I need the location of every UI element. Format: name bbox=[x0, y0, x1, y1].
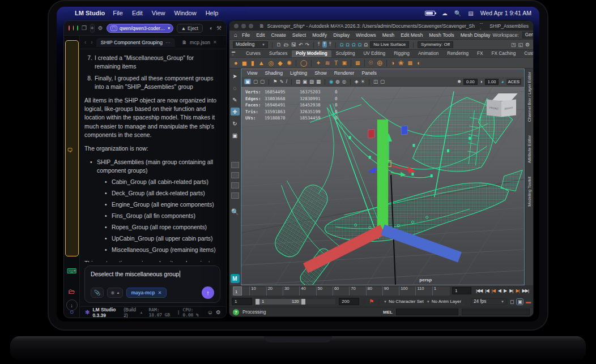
maya-menu-modify[interactable]: Modify bbox=[312, 32, 327, 38]
ik-handle-icon[interactable]: ⨁ bbox=[377, 61, 382, 66]
range-start-handle[interactable] bbox=[256, 299, 259, 305]
exposure-icon[interactable]: ✸ bbox=[457, 79, 461, 84]
menu-edit[interactable]: Edit bbox=[132, 10, 143, 16]
select-camera-icon[interactable]: ▣ bbox=[244, 79, 251, 85]
wireframe-mode-icon[interactable]: ▤ bbox=[296, 79, 300, 84]
shelf-tab-sculpting[interactable]: Sculpting bbox=[332, 50, 359, 57]
character-set-dropdown[interactable]: ▼No Character Set bbox=[384, 299, 424, 304]
shaded-mode-icon[interactable]: ▣ bbox=[303, 79, 307, 84]
chevron-up-icon[interactable]: ▲ bbox=[140, 311, 143, 314]
menu-window[interactable]: Window bbox=[174, 10, 197, 16]
menu-file[interactable]: File bbox=[113, 10, 123, 16]
close-tab-icon[interactable]: ✕ bbox=[213, 40, 217, 45]
tick-40[interactable]: 40 bbox=[299, 286, 316, 296]
minimize-button[interactable] bbox=[73, 25, 74, 31]
viewport-3d[interactable]: Verts:16854495163752030Edges:33803668328… bbox=[241, 87, 524, 285]
layout-single-pane-button[interactable] bbox=[231, 162, 239, 168]
app-version[interactable]: LM Studio 0.3.39 bbox=[92, 307, 121, 318]
close-button[interactable] bbox=[234, 24, 239, 28]
new-chat-button[interactable]: + bbox=[90, 24, 95, 33]
camera-attributes-icon[interactable]: ▢ bbox=[260, 79, 265, 84]
redo-icon[interactable]: ↷ bbox=[305, 42, 309, 48]
symmetry-field[interactable]: Symmetry: Off bbox=[418, 41, 453, 48]
save-scene-icon[interactable]: 🖫 bbox=[291, 42, 296, 48]
shelf-tab-rendering[interactable]: Rendering bbox=[443, 50, 472, 57]
lasso-tool-icon[interactable]: ◌ bbox=[231, 84, 240, 92]
mel-label[interactable]: MEL bbox=[383, 310, 393, 315]
maya-menu-windows[interactable]: Windows bbox=[356, 32, 376, 38]
nav-forward-icon[interactable]: › bbox=[90, 39, 93, 45]
panel-menu-show[interactable]: Show bbox=[314, 70, 327, 76]
poly-cube-icon[interactable]: ◼ bbox=[242, 60, 247, 66]
chat-input-field[interactable]: Deselect the miscellaneous group bbox=[91, 271, 214, 277]
image-plane-icon[interactable]: ✎ bbox=[280, 79, 284, 84]
undo-icon[interactable]: ↶ bbox=[299, 42, 303, 48]
mute-key-icon[interactable]: ▬ bbox=[526, 299, 531, 305]
mel-input-field[interactable] bbox=[396, 309, 458, 315]
fps-dropdown[interactable]: 24 fps▼ bbox=[471, 298, 507, 305]
svg-icon[interactable]: ▣ bbox=[342, 61, 347, 66]
view-transform-label[interactable]: ACES bbox=[506, 79, 521, 85]
shelf-tab-rigging[interactable]: Rigging bbox=[390, 50, 414, 57]
anim-end-field[interactable]: 200 bbox=[339, 298, 359, 305]
xray-icon[interactable]: ◍ bbox=[335, 79, 339, 84]
sweep-mesh-icon[interactable]: ✦ bbox=[316, 60, 321, 66]
maya-menu-mesh-tools[interactable]: Mesh Tools bbox=[429, 32, 454, 38]
render-settings-icon[interactable]: ⚙ bbox=[525, 42, 530, 48]
poly-cone-icon[interactable]: ▲ bbox=[258, 60, 265, 66]
isolate-select-icon[interactable]: ◉ bbox=[329, 79, 333, 84]
menubar-clock[interactable]: Wed Apr 1 9:41 AM bbox=[480, 10, 531, 16]
combine-icon[interactable]: ❀ bbox=[398, 60, 403, 66]
tick-50[interactable]: 50 bbox=[316, 286, 333, 296]
close-button[interactable] bbox=[69, 25, 70, 31]
theme-icon[interactable]: ◐ bbox=[210, 24, 213, 33]
anim-start-field[interactable]: 1 bbox=[232, 298, 252, 305]
booleans-icon[interactable]: ◑ bbox=[391, 60, 395, 66]
new-scene-icon[interactable]: 🗋 bbox=[276, 42, 282, 48]
poly-disc-icon[interactable]: ✺ bbox=[287, 60, 292, 66]
settings-gear-icon[interactable]: ⚙ bbox=[98, 24, 103, 33]
zoom-tool-icon[interactable]: 🔍 bbox=[231, 208, 239, 216]
menu-set-dropdown[interactable]: Modeling▼ bbox=[233, 41, 268, 48]
paint-select-tool-icon[interactable]: ✎ bbox=[231, 96, 240, 104]
tick-90[interactable]: 90 bbox=[382, 286, 399, 296]
shelf-tab-animation[interactable]: Animation bbox=[414, 50, 442, 57]
lighting-mode-icon[interactable]: ▦ bbox=[316, 79, 321, 84]
mcp-chip-maya[interactable]: maya-mcp ✕ bbox=[126, 288, 166, 298]
tab-ship-component-grouping[interactable]: SHIP Component Grouping ⋯ bbox=[96, 38, 175, 47]
live-surface-field[interactable]: No Live Surface bbox=[370, 41, 409, 48]
poly-torus-icon[interactable]: ◎ bbox=[269, 60, 274, 66]
time-slider[interactable]: 1 01020304050607080901001101 1 |◀◀|◀|◀◀▶… bbox=[229, 285, 533, 296]
sidebar-developer-icon[interactable]: ⌨ bbox=[66, 265, 78, 277]
maya-menu-display[interactable]: Display bbox=[333, 32, 350, 38]
maya-menu-create[interactable]: Create bbox=[271, 32, 286, 38]
poly-cylinder-icon[interactable]: ▮ bbox=[251, 60, 254, 66]
snap-point-icon[interactable]: Ω bbox=[352, 42, 356, 48]
zoom-button[interactable] bbox=[249, 24, 253, 28]
play-btn-[interactable]: ▶| bbox=[509, 288, 513, 293]
bookmark-icon[interactable]: ⚑ bbox=[273, 79, 278, 84]
range-slider[interactable]: 1 120 bbox=[255, 298, 336, 305]
mirror-icon[interactable]: ◖ bbox=[416, 60, 420, 66]
joint-icon[interactable]: ☉ bbox=[369, 61, 373, 66]
shelf-tab-uv-editing[interactable]: UV Editing bbox=[359, 50, 389, 57]
play-btn-[interactable]: ◀ bbox=[498, 288, 501, 293]
active-app-name[interactable]: LM Studio bbox=[75, 10, 105, 16]
tab-options-icon[interactable]: ⋯ bbox=[165, 40, 171, 45]
current-frame-field[interactable]: 1 bbox=[452, 287, 471, 294]
tick-20[interactable]: 20 bbox=[266, 286, 283, 296]
shelf-tab-fx-caching[interactable]: FX Caching bbox=[488, 50, 520, 57]
auto-keyframe-icon[interactable]: ▣ bbox=[517, 299, 523, 305]
layout-four-pane-button[interactable] bbox=[231, 172, 239, 178]
layout-two-pane-button[interactable] bbox=[231, 182, 239, 189]
separate-icon[interactable]: ▩ bbox=[408, 61, 413, 66]
snap-grid-icon[interactable]: Ω bbox=[340, 42, 344, 48]
lock-camera-icon[interactable]: ▢ bbox=[253, 79, 258, 84]
timeline-playhead[interactable]: 1 bbox=[233, 286, 242, 296]
set-key-icon[interactable]: ⚑ bbox=[369, 298, 374, 305]
plugin-selector-button[interactable]: ⎈▲ bbox=[107, 288, 123, 298]
menu-view[interactable]: View bbox=[152, 10, 165, 16]
play-btn-[interactable]: |◀◀ bbox=[476, 288, 482, 293]
tick-1[interactable]: 1 bbox=[432, 286, 449, 296]
gamma-icon[interactable]: ◑ bbox=[480, 79, 483, 84]
